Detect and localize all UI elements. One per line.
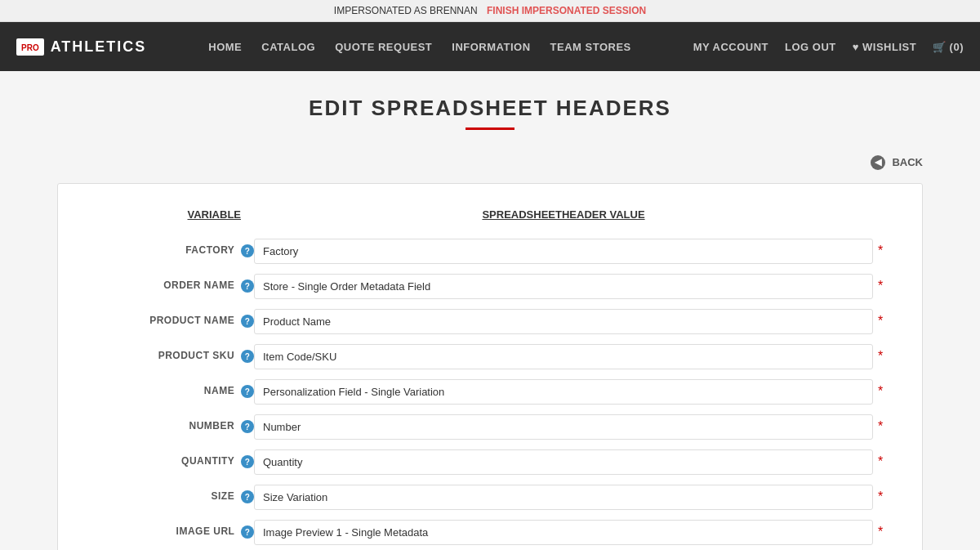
header-right: MY ACCOUNT LOG OUT ♥ WISHLIST 🛒 (0) bbox=[693, 41, 964, 53]
cart-icon: 🛒 bbox=[933, 41, 947, 53]
label-factory: FACTORY ? bbox=[91, 234, 254, 269]
help-icon-product_sku[interactable]: ? bbox=[241, 350, 254, 363]
required-star-product_sku: * bbox=[873, 349, 883, 363]
required-indicator-image_url: * bbox=[873, 515, 889, 550]
form-row: PRODUCT NAME ?* bbox=[91, 304, 889, 339]
my-account-link[interactable]: MY ACCOUNT bbox=[693, 41, 768, 53]
required-indicator-number: * bbox=[873, 409, 889, 445]
back-link-wrapper: ◀ BACK bbox=[57, 154, 923, 170]
required-indicator-quantity: * bbox=[873, 445, 889, 480]
label-order_name: ORDER NAME ? bbox=[91, 269, 254, 304]
input-number[interactable] bbox=[254, 414, 873, 440]
input-image_url[interactable] bbox=[254, 520, 873, 545]
nav-team-stores[interactable]: TEAM STORES bbox=[550, 41, 631, 53]
help-icon-number[interactable]: ? bbox=[241, 420, 254, 433]
col-header-variable: VARIABLE bbox=[91, 208, 254, 234]
required-star-size: * bbox=[873, 490, 883, 503]
main-nav: HOME CATALOG QUOTE REQUEST INFORMATION T… bbox=[208, 41, 630, 53]
required-star-image_url: * bbox=[873, 525, 883, 539]
nav-home[interactable]: HOME bbox=[208, 41, 242, 53]
input-wrapper-product_name bbox=[254, 304, 873, 339]
help-icon-name[interactable]: ? bbox=[241, 385, 254, 398]
required-indicator-product_name: * bbox=[873, 304, 889, 339]
main-header: pro ATHLETICS HOME CATALOG QUOTE REQUEST… bbox=[0, 22, 980, 71]
logo-pro: pro bbox=[21, 43, 39, 52]
label-product_name: PRODUCT NAME ? bbox=[91, 304, 254, 339]
required-star-product_name: * bbox=[873, 314, 883, 328]
help-icon-order_name[interactable]: ? bbox=[241, 279, 254, 293]
nav-quote-request[interactable]: QUOTE REQUEST bbox=[335, 41, 432, 53]
title-underline bbox=[466, 127, 514, 130]
form-container: VARIABLE SPREADSHEETHEADER VALUE FACTORY… bbox=[57, 183, 923, 551]
input-order_name[interactable] bbox=[254, 274, 873, 299]
input-size[interactable] bbox=[254, 485, 873, 510]
input-product_name[interactable] bbox=[254, 309, 873, 334]
label-name: NAME ? bbox=[91, 374, 254, 409]
cart-count: (0) bbox=[950, 41, 964, 53]
input-wrapper-quantity bbox=[254, 445, 873, 480]
input-factory[interactable] bbox=[254, 239, 873, 264]
label-number: NUMBER ? bbox=[91, 409, 254, 445]
page-title: EDIT SPREADSHEET HEADERS bbox=[57, 96, 923, 121]
required-indicator-name: * bbox=[873, 374, 889, 409]
required-star-order_name: * bbox=[873, 279, 883, 293]
form-row: ORDER NAME ?* bbox=[91, 269, 889, 304]
required-indicator-size: * bbox=[873, 480, 889, 515]
wishlist-link[interactable]: ♥ WISHLIST bbox=[853, 41, 916, 53]
required-indicator-product_sku: * bbox=[873, 339, 889, 374]
logo-brand: ATHLETICS bbox=[51, 38, 147, 56]
back-circle-icon: ◀ bbox=[871, 155, 885, 170]
logo-area: pro ATHLETICS bbox=[16, 38, 146, 56]
input-wrapper-order_name bbox=[254, 269, 873, 304]
input-wrapper-number bbox=[254, 409, 873, 445]
input-wrapper-image_url bbox=[254, 515, 873, 550]
help-icon-product_name[interactable]: ? bbox=[241, 315, 254, 328]
back-label: BACK bbox=[892, 156, 923, 168]
label-image_url: IMAGE URL ? bbox=[91, 515, 254, 550]
help-icon-factory[interactable]: ? bbox=[241, 244, 254, 257]
help-icon-size[interactable]: ? bbox=[241, 490, 254, 503]
heart-icon: ♥ bbox=[853, 41, 859, 53]
impersonation-bar: IMPERSONATED AS BRENNAN FINISH IMPERSONA… bbox=[0, 0, 980, 22]
back-button[interactable]: ◀ BACK bbox=[871, 155, 923, 170]
page-content: EDIT SPREADSHEET HEADERS ◀ BACK VARIABLE… bbox=[41, 71, 939, 550]
help-icon-quantity[interactable]: ? bbox=[241, 455, 254, 468]
form-row: NUMBER ?* bbox=[91, 409, 889, 445]
form-row: IMAGE URL ?* bbox=[91, 515, 889, 550]
wishlist-label: WISHLIST bbox=[862, 41, 916, 53]
input-quantity[interactable] bbox=[254, 449, 873, 475]
label-size: SIZE ? bbox=[91, 480, 254, 515]
input-wrapper-name bbox=[254, 374, 873, 409]
required-star-name: * bbox=[873, 384, 883, 398]
form-table: VARIABLE SPREADSHEETHEADER VALUE FACTORY… bbox=[91, 208, 889, 551]
required-star-quantity: * bbox=[873, 454, 883, 468]
input-wrapper-product_sku bbox=[254, 339, 873, 374]
required-indicator-factory: * bbox=[873, 234, 889, 269]
col-header-value: SPREADSHEETHEADER VALUE bbox=[254, 208, 873, 234]
required-star-factory: * bbox=[873, 244, 883, 257]
input-name[interactable] bbox=[254, 379, 873, 405]
nav-catalog[interactable]: CATALOG bbox=[261, 41, 315, 53]
help-icon-image_url[interactable]: ? bbox=[241, 525, 254, 539]
label-product_sku: PRODUCT SKU ? bbox=[91, 339, 254, 374]
log-out-link[interactable]: LOG OUT bbox=[785, 41, 836, 53]
form-row: QUANTITY ?* bbox=[91, 445, 889, 480]
input-product_sku[interactable] bbox=[254, 344, 873, 369]
impersonation-text: IMPERSONATED AS BRENNAN bbox=[334, 5, 478, 16]
form-row: NAME ?* bbox=[91, 374, 889, 409]
finish-impersonation-link[interactable]: FINISH IMPERSONATED SESSION bbox=[487, 5, 646, 16]
form-row: PRODUCT SKU ?* bbox=[91, 339, 889, 374]
required-star-number: * bbox=[873, 419, 883, 433]
logo-box: pro bbox=[16, 38, 44, 56]
form-row: SIZE ?* bbox=[91, 480, 889, 515]
cart-link[interactable]: 🛒 (0) bbox=[933, 41, 964, 53]
label-quantity: QUANTITY ? bbox=[91, 445, 254, 480]
input-wrapper-factory bbox=[254, 234, 873, 269]
nav-information[interactable]: INFORMATION bbox=[452, 41, 530, 53]
required-indicator-order_name: * bbox=[873, 269, 889, 304]
input-wrapper-size bbox=[254, 480, 873, 515]
form-row: FACTORY ?* bbox=[91, 234, 889, 269]
